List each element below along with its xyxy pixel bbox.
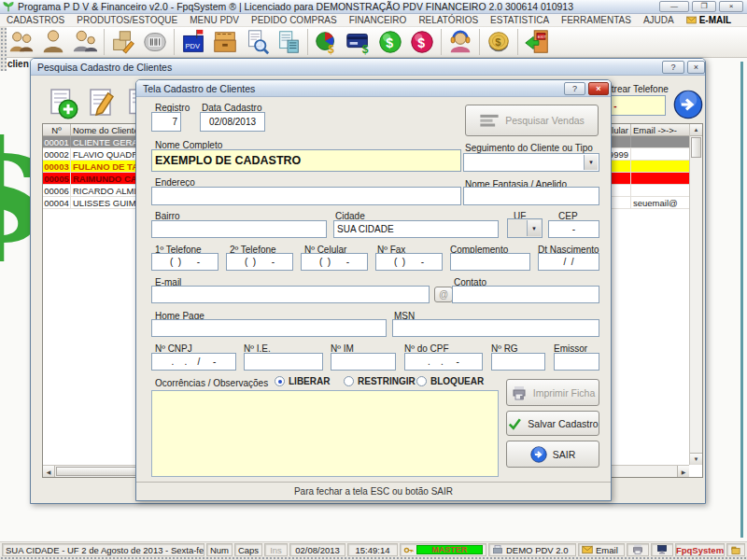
exit-icon[interactable]: EXIT xyxy=(521,28,553,56)
msn-input[interactable] xyxy=(392,319,599,337)
radio-restringir-label[interactable]: RESTRINGIR xyxy=(358,376,416,386)
menu-financeiro[interactable]: FINANCEIRO xyxy=(349,15,407,25)
cpf-input[interactable]: . . - xyxy=(404,353,483,371)
restore-button[interactable]: ❐ xyxy=(692,1,716,12)
seguimento-combobox[interactable]: ▼ xyxy=(463,153,599,172)
grid-vertical-scrollbar[interactable]: ▲ ▼ xyxy=(689,124,702,465)
receivables-dollar-green-icon[interactable]: $ xyxy=(374,28,406,56)
pesquisar-vendas-button[interactable]: Pesquisar Vendas xyxy=(465,105,599,136)
fantasia-input[interactable] xyxy=(463,187,599,205)
scroll-up-icon[interactable]: ▲ xyxy=(690,124,702,136)
send-email-button[interactable]: @ xyxy=(434,287,453,302)
observacoes-textarea[interactable] xyxy=(151,390,499,477)
menu-pedido-compras[interactable]: PEDIDO COMPRAS xyxy=(251,15,337,25)
menu-estatistica[interactable]: ESTATISTICA xyxy=(490,15,549,25)
toolbar-separator xyxy=(104,29,105,55)
credit-card-icon[interactable]: $ xyxy=(343,28,374,56)
menu-produtos-estoque[interactable]: PRODUTOS/ESTOQUE xyxy=(77,15,177,25)
complemento-input[interactable] xyxy=(450,253,530,271)
radio-restringir[interactable] xyxy=(344,376,354,386)
search-help-button[interactable]: ? xyxy=(662,61,684,74)
status-email: Email xyxy=(578,543,625,556)
tel1-input[interactable]: ( ) - xyxy=(151,253,218,271)
sair-button[interactable]: SAIR xyxy=(506,441,599,468)
ocorrencias-label: Ocorrências / Observações xyxy=(155,378,268,388)
radio-bloquear[interactable] xyxy=(416,376,427,386)
scroll-right-icon[interactable]: ▶ xyxy=(677,466,689,477)
edit-client-button[interactable] xyxy=(85,87,119,120)
sellers-icon[interactable] xyxy=(69,28,101,56)
clients-icon[interactable] xyxy=(6,28,37,56)
header-num[interactable]: Nº xyxy=(43,124,71,135)
form-close-button[interactable]: × xyxy=(588,82,609,95)
menu-cadastros[interactable]: CADASTROS xyxy=(7,15,64,25)
document-search-icon[interactable] xyxy=(241,28,273,56)
scroll-thumb[interactable] xyxy=(56,467,140,476)
imprimir-ficha-button[interactable]: Imprimir Ficha xyxy=(506,379,599,406)
key-icon xyxy=(403,545,414,555)
fax-input[interactable]: ( ) - xyxy=(375,253,443,271)
svg-text:$: $ xyxy=(495,36,501,48)
add-client-button[interactable] xyxy=(46,87,79,120)
rg-input[interactable] xyxy=(491,353,545,371)
toolbar-separator xyxy=(479,29,480,55)
nascimento-input[interactable]: / / xyxy=(538,253,599,271)
search-window-titlebar[interactable]: Pesquisa Cadastro de Clientes ? × xyxy=(31,59,705,76)
main-toolbar: PDV $ $ $ $ $ EXIT xyxy=(0,27,747,58)
tel2-input[interactable]: ( ) - xyxy=(226,253,293,271)
ie-input[interactable] xyxy=(244,353,323,371)
cash-drawer-icon[interactable] xyxy=(209,28,241,56)
salvar-cadastro-button[interactable]: Salvar Cadastro xyxy=(506,411,599,436)
radio-bloquear-label[interactable]: BLOQUEAR xyxy=(430,376,484,386)
client-search-icon[interactable] xyxy=(37,28,69,56)
scroll-thumb[interactable] xyxy=(691,137,701,158)
chevron-down-icon[interactable]: ▼ xyxy=(584,155,598,170)
header-email[interactable]: Email ->->- xyxy=(631,124,691,135)
contato-input[interactable] xyxy=(452,286,599,303)
barcode-icon[interactable] xyxy=(139,28,171,56)
orders-calc-icon[interactable] xyxy=(273,28,304,56)
uf-combobox[interactable]: ▼ xyxy=(507,218,543,238)
menu-relatorios[interactable]: RELATÓRIOS xyxy=(418,15,478,25)
emissor-input[interactable] xyxy=(554,353,599,371)
pdv-icon[interactable]: PDV xyxy=(177,28,209,56)
search-phone-button[interactable] xyxy=(673,90,703,119)
im-input[interactable] xyxy=(331,353,396,371)
scroll-left-icon[interactable]: ◀ xyxy=(43,466,55,477)
status-monitor xyxy=(651,543,673,556)
coin-icon[interactable]: $ xyxy=(483,28,514,56)
support-person-icon[interactable] xyxy=(444,28,476,56)
data-cadastro-input[interactable]: 02/08/2013 xyxy=(200,112,265,132)
chevron-down-icon[interactable]: ▼ xyxy=(527,220,541,236)
cell-email xyxy=(631,173,691,184)
menu-menu-pdv[interactable]: MENU PDV xyxy=(190,15,239,25)
bairro-input[interactable] xyxy=(151,220,327,238)
radio-liberar[interactable] xyxy=(275,376,285,386)
form-window-titlebar[interactable]: Tela Cadastro de Clientes ? × xyxy=(136,80,611,97)
menu-ferramentas[interactable]: FERRAMENTAS xyxy=(561,15,631,25)
products-stock-icon[interactable] xyxy=(107,28,139,56)
monitor-icon xyxy=(656,544,668,555)
homepage-input[interactable] xyxy=(151,319,387,337)
scroll-down-icon[interactable]: ▼ xyxy=(690,453,702,465)
close-button[interactable]: × xyxy=(719,1,743,12)
status-time: 15:49:14 xyxy=(347,543,398,556)
email-input[interactable] xyxy=(151,286,430,303)
registro-input[interactable]: 7 xyxy=(151,112,181,132)
menu-email[interactable]: E-MAIL xyxy=(686,15,731,25)
status-user: MASTER xyxy=(400,543,486,556)
radio-liberar-label[interactable]: LIBERAR xyxy=(289,376,330,386)
endereco-input[interactable] xyxy=(151,187,461,205)
cidade-input[interactable]: SUA CIDADE xyxy=(333,220,499,238)
search-close-button[interactable]: × xyxy=(687,61,705,74)
form-help-button[interactable]: ? xyxy=(564,82,585,95)
cep-input[interactable]: - xyxy=(548,220,599,238)
cnpj-input[interactable]: . . / - xyxy=(151,353,236,371)
status-demo: DEMO PDV 2.0 xyxy=(488,543,576,556)
finance-pie-icon[interactable]: $ xyxy=(311,28,343,56)
menu-ajuda[interactable]: AJUDA xyxy=(643,15,674,25)
celular-input[interactable]: ( ) - xyxy=(301,253,368,271)
minimize-button[interactable]: — xyxy=(659,1,689,12)
nome-completo-input[interactable]: EXEMPLO DE CADASTRO xyxy=(151,149,461,172)
payables-dollar-red-icon[interactable]: $ xyxy=(406,28,438,56)
